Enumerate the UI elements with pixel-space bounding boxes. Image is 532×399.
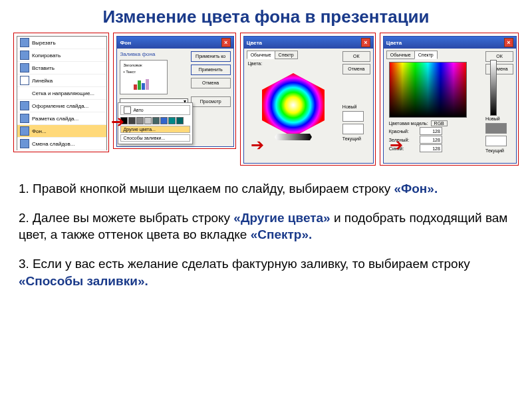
menu-item[interactable]: Разметка слайда... [17, 112, 106, 125]
color-popup: Авто Другие цвета... Способы заливки... [118, 102, 193, 144]
arrow-icon: ➔ [251, 136, 264, 154]
new-label: Новый [342, 104, 370, 109]
preview-button[interactable]: Просмотр [191, 96, 231, 107]
color-swatch[interactable] [144, 117, 152, 124]
menu-label: Сетка и направляющие... [32, 90, 94, 96]
new-color-preview [485, 123, 507, 134]
arrow-icon: ➔ [111, 112, 124, 131]
menu-item[interactable]: Сетка и направляющие... [17, 87, 106, 100]
color-swatch[interactable] [168, 117, 176, 124]
close-icon[interactable]: × [221, 38, 231, 47]
menu-label: Смена слайдов... [32, 141, 74, 147]
menu-item[interactable]: Линейка [17, 74, 106, 87]
window-title: Цвета [247, 40, 262, 46]
svg-marker-1 [275, 134, 312, 140]
green-input[interactable] [420, 136, 442, 144]
menu-label: Разметка слайда... [32, 116, 78, 122]
keyword-fon: «Фон». [394, 182, 438, 196]
fill-methods-link[interactable]: Способы заливки... [120, 134, 190, 142]
keyword-more-colors: «Другие цвета» [233, 211, 330, 225]
context-menu: Вырезать Копировать Вставить Линейка Сет… [17, 36, 107, 150]
preview-text: • Текст [123, 70, 136, 74]
luminance-slider[interactable] [490, 60, 497, 116]
page-title: Изменение цвета фона в презентации [0, 0, 532, 33]
step-text: 3. Если у вас есть желание сделать факту… [19, 257, 470, 271]
cancel-button[interactable]: Отмена [342, 64, 370, 74]
menu-item[interactable]: Вырезать [17, 37, 106, 49]
step-3: 3. Если у вас есть желание сделать факту… [19, 255, 513, 289]
apply-button[interactable]: Применить [191, 65, 231, 75]
menu-label: Вырезать [32, 40, 56, 46]
tab-spectrum[interactable]: Спектр [275, 51, 298, 59]
slide-preview: Заголовок • Текст [120, 60, 168, 94]
titlebar: Цвета × [384, 37, 516, 49]
current-label: Текущий [342, 136, 370, 141]
ok-button[interactable]: ОК [342, 51, 370, 62]
auto-color[interactable]: Авто [120, 105, 190, 115]
menu-item[interactable]: Вставить [17, 62, 106, 74]
color-swatch[interactable] [136, 117, 144, 124]
panels-row: Вырезать Копировать Вставить Линейка Сет… [0, 33, 532, 166]
step-2: 2. Далее вы можете выбрать строку «Други… [19, 209, 513, 243]
menu-item-background[interactable]: Фон... [17, 125, 106, 138]
cancel-button[interactable]: Отмена [191, 78, 231, 88]
titlebar: Цвета × [244, 37, 373, 49]
more-colors-link[interactable]: Другие цвета... [120, 126, 190, 133]
new-color-preview [342, 111, 364, 122]
tab-spectrum[interactable]: Спектр [414, 51, 438, 59]
step-text: 2. Далее вы можете выбрать строку [19, 211, 233, 225]
menu-item[interactable]: Смена слайдов... [17, 138, 106, 150]
apply-all-button[interactable]: Применить ко всем [191, 51, 231, 62]
current-color-preview [342, 124, 364, 134]
menu-item[interactable]: Копировать [17, 49, 106, 62]
menu-item[interactable]: Оформление слайда... [17, 100, 106, 112]
model-select[interactable]: RGB [431, 120, 448, 126]
color-swatch[interactable] [152, 117, 160, 124]
step-1: 1. Правой кнопкой мыши щелкаем по слайду… [19, 180, 513, 198]
keyword-fill-methods: «Способы заливки». [19, 274, 148, 288]
red-input[interactable] [420, 127, 442, 135]
panel-context-menu: Вырезать Копировать Вставить Линейка Сет… [13, 33, 109, 152]
window-title: Цвета [386, 40, 402, 46]
section-label: Заливка фона [120, 51, 188, 57]
red-label: Красный: [389, 129, 417, 134]
auto-label: Авто [133, 108, 143, 112]
menu-label: Копировать [32, 53, 61, 59]
tab-standard[interactable]: Обычные [247, 51, 275, 59]
hex-color-picker[interactable] [257, 72, 330, 138]
close-icon[interactable]: × [361, 38, 370, 47]
window-title: Фон [120, 40, 131, 46]
new-label: Новый [485, 116, 513, 121]
blue-input[interactable] [420, 144, 442, 152]
color-swatch[interactable] [176, 117, 184, 124]
preview-title: Заголовок [123, 63, 142, 67]
current-label: Текущий [485, 148, 513, 153]
colors-label: Цвета: [244, 59, 342, 68]
menu-label: Фон... [32, 128, 47, 134]
menu-label: Оформление слайда... [32, 103, 88, 109]
color-swatch[interactable] [160, 117, 168, 124]
spectrum-picker[interactable] [389, 62, 467, 118]
instructions: 1. Правой кнопкой мыши щелкаем по слайду… [0, 166, 532, 289]
color-swatch[interactable] [128, 117, 136, 124]
model-label: Цветовая модель: [389, 121, 428, 126]
arrow-icon: ➔ [390, 136, 403, 154]
menu-label: Линейка [32, 78, 53, 84]
close-icon[interactable]: × [504, 38, 513, 47]
menu-label: Вставить [32, 65, 55, 71]
titlebar: Фон × [117, 37, 233, 49]
svg-marker-0 [262, 73, 325, 137]
tab-standard[interactable]: Обычные [386, 51, 415, 59]
panel-background-dialog: Фон × Заливка фона Заголовок • Текст При… [113, 33, 235, 149]
current-color-preview [485, 136, 507, 146]
step-text: 1. Правой кнопкой мыши щелкаем по слайду… [19, 182, 394, 196]
keyword-spectrum: «Спектр». [251, 227, 313, 241]
